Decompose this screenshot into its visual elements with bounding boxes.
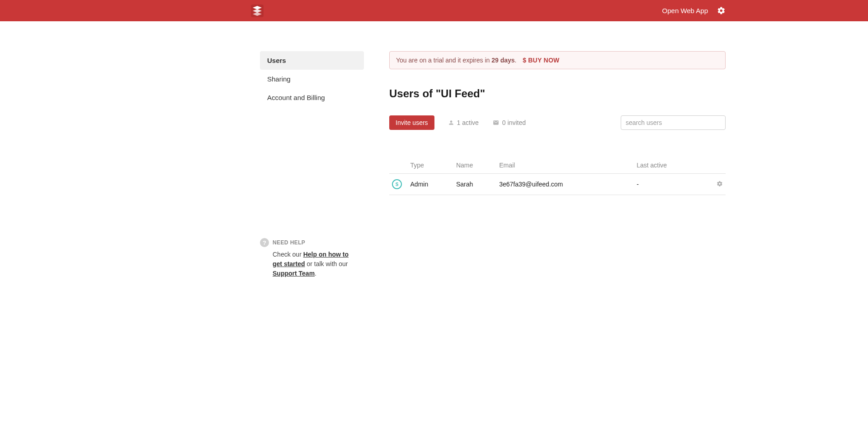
trial-prefix: You are on a trial and it expires in: [396, 57, 491, 64]
col-header-email: Email: [496, 157, 634, 174]
logo[interactable]: [251, 5, 264, 17]
row-actions-button[interactable]: [707, 174, 726, 195]
buy-now-link[interactable]: BUY NOW: [528, 57, 560, 64]
search-users-input[interactable]: [621, 115, 726, 130]
active-count-stat[interactable]: 1 active: [448, 119, 479, 126]
open-web-app-link[interactable]: Open Web App: [662, 7, 708, 14]
help-section: ? NEED HELP Check our Help on how to get…: [260, 238, 364, 278]
cell-last-active: -: [634, 174, 707, 195]
help-icon: ?: [260, 238, 269, 247]
cell-email: 3e67fa39@uifeed.com: [496, 174, 634, 195]
user-icon: [448, 119, 454, 126]
sidebar-item-sharing[interactable]: Sharing: [260, 70, 364, 88]
sidebar: Users Sharing Account and Billing ? NEED…: [260, 51, 364, 278]
sidebar-item-users[interactable]: Users: [260, 51, 364, 70]
avatar: S: [392, 179, 402, 189]
col-header-last-active: Last active: [634, 157, 707, 174]
invite-users-button[interactable]: Invite users: [389, 115, 434, 130]
app-header: Open Web App: [0, 0, 868, 21]
logo-icon: [251, 5, 264, 17]
table-row: S Admin Sarah 3e67fa39@uifeed.com -: [389, 174, 726, 195]
gear-icon: [717, 181, 723, 187]
gear-icon: [717, 6, 726, 15]
envelope-icon: [492, 119, 500, 126]
page-title: Users of "UI Feed": [389, 87, 726, 100]
settings-button[interactable]: [717, 6, 726, 15]
cell-type: Admin: [408, 174, 453, 195]
support-team-link[interactable]: Support Team: [273, 270, 315, 277]
col-header-name: Name: [453, 157, 496, 174]
trial-notice: You are on a trial and it expires in 29 …: [389, 51, 726, 69]
sidebar-item-account-billing[interactable]: Account and Billing: [260, 88, 364, 107]
trial-days: 29 days: [491, 57, 514, 64]
help-body: Check our Help on how to get started or …: [260, 250, 350, 278]
main-content: You are on a trial and it expires in 29 …: [364, 51, 726, 278]
users-table: Type Name Email Last active S Admin Sara…: [389, 157, 726, 195]
col-header-type: Type: [408, 157, 453, 174]
dollar-icon: $: [523, 57, 526, 64]
help-title: NEED HELP: [273, 239, 305, 246]
toolbar: Invite users 1 active 0 invited: [389, 115, 726, 130]
cell-name: Sarah: [453, 174, 496, 195]
invited-count-stat[interactable]: 0 invited: [492, 119, 526, 126]
